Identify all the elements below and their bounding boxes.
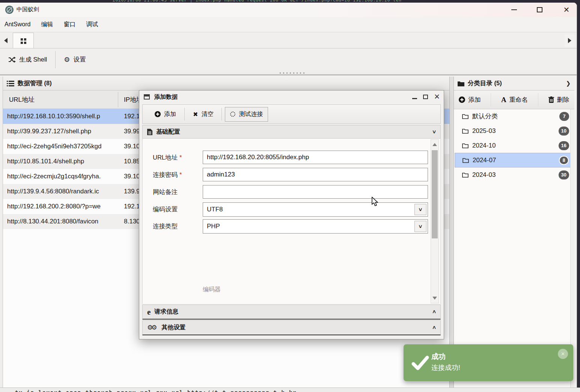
- dialog-titlebar[interactable]: 添加数据: [139, 90, 444, 103]
- section-other-settings[interactable]: ⚙⚙ 其他设置 ˄: [142, 320, 441, 335]
- tab-home[interactable]: [13, 33, 34, 49]
- gear-icon: ⚙: [64, 56, 70, 64]
- category-panel-title: 分类目录 (5): [468, 79, 502, 87]
- category-item-selected[interactable]: 2024-07 8: [455, 153, 573, 167]
- count-badge: 7: [559, 112, 569, 121]
- category-add-button[interactable]: 添加: [459, 96, 481, 104]
- window-close-button[interactable]: ✕: [558, 4, 575, 15]
- note-input[interactable]: [203, 185, 428, 199]
- conn-type-label: 连接类型: [153, 222, 178, 231]
- horizontal-splitter[interactable]: [0, 71, 577, 75]
- row-url: http://8.130.44.201:8080/favicon: [7, 214, 118, 229]
- password-input[interactable]: [203, 168, 428, 181]
- category-panel: 分类目录 (5) ❯ 添加 A 重命名: [454, 77, 574, 387]
- row-url: http://192.168.200.2:8080/?p=we: [7, 199, 118, 214]
- dialog-test-connection-button[interactable]: 测试连接: [225, 107, 268, 122]
- generate-shell-button[interactable]: 生成 Shell: [0, 48, 55, 71]
- arrow-left-icon: [4, 38, 8, 43]
- category-rename-button[interactable]: A 重命名: [501, 96, 528, 104]
- category-toolbar: 添加 A 重命名 删除: [454, 90, 574, 109]
- shuffle-icon: [8, 57, 16, 63]
- x-icon: ✖: [193, 111, 198, 118]
- menubar: AntSword 编辑 窗口 调试: [0, 17, 577, 32]
- dialog-toolbar: 添加 ✖ 清空 测试连接: [142, 104, 441, 124]
- row-url: http://eci-2zecmju2g1cqs4fgryha.: [7, 169, 118, 184]
- encoding-label: 编码设置: [153, 205, 178, 214]
- url-label: URL地址*: [153, 154, 182, 162]
- tab-strip: [0, 32, 577, 48]
- menu-edit[interactable]: 编辑: [36, 18, 58, 31]
- dialog-maximize-button[interactable]: [423, 95, 428, 99]
- scroll-up-icon[interactable]: [432, 143, 437, 146]
- category-item-label: 2024-10: [472, 142, 496, 149]
- dialog-toolbar-divider: [184, 108, 185, 121]
- url-input[interactable]: [203, 151, 428, 164]
- column-divider[interactable]: [118, 92, 118, 107]
- titlebar: 中国蚁剑 ✕: [0, 3, 577, 17]
- conn-type-value: PHP: [207, 223, 220, 230]
- dialog-controls: ✕: [412, 90, 440, 103]
- category-add-label: 添加: [468, 96, 481, 104]
- category-item[interactable]: 默认分类 7: [455, 109, 573, 124]
- category-item-label: 2025-03: [472, 127, 496, 135]
- category-item[interactable]: 2024-10 16: [455, 138, 573, 153]
- toast-close-button[interactable]: ✕: [558, 349, 568, 359]
- toast-title: 成功: [431, 352, 446, 362]
- plus-circle-icon: [155, 111, 161, 117]
- splitter-handle-icon: [280, 72, 304, 74]
- background-window-text: ty-in-layout open through proxy url-rxy-…: [15, 389, 297, 392]
- folder-outline-icon: [462, 143, 469, 148]
- scroll-down-icon[interactable]: [432, 297, 437, 300]
- dialog-close-button[interactable]: ✕: [434, 94, 440, 100]
- category-item[interactable]: 2025-03 10: [455, 124, 573, 138]
- menu-window[interactable]: 窗口: [58, 18, 81, 31]
- encoding-select[interactable]: UTF8 ˅: [203, 202, 428, 217]
- dialog-test-label: 测试连接: [239, 110, 263, 118]
- minimize-icon: [511, 9, 517, 10]
- folder-icon: [458, 81, 464, 86]
- generate-shell-label: 生成 Shell: [19, 56, 47, 64]
- window-minimize-button[interactable]: [505, 4, 523, 15]
- window-maximize-button[interactable]: [531, 4, 548, 15]
- chevron-right-icon[interactable]: ❯: [566, 80, 571, 87]
- background-log-text: 2020/10/06 21:00:43 server | index.php h…: [113, 0, 402, 3]
- section-basic-label: 基础配置: [156, 128, 180, 136]
- section-request-info[interactable]: e 请求信息 ˄: [142, 305, 441, 320]
- background-window-strip: ty-in-layout open through proxy url-rxy-…: [0, 387, 580, 392]
- success-toast: 成功 连接成功! ✕: [404, 344, 573, 381]
- dialog-scrollbar[interactable]: [431, 139, 439, 303]
- vertical-splitter[interactable]: [449, 77, 454, 387]
- section-basic-config[interactable]: 基础配置 ˅: [142, 125, 441, 139]
- dialog-minimize-button[interactable]: [412, 98, 417, 99]
- antsword-window: 中国蚁剑 ✕ AntSword 编辑 窗口 调试 生成 Shell: [0, 3, 577, 387]
- settings-button[interactable]: ⚙ 设置: [56, 48, 94, 71]
- dialog-toolbar-divider: [221, 108, 222, 121]
- toast-message: 连接成功!: [431, 363, 460, 372]
- section-other-label: 其他设置: [161, 324, 185, 332]
- dialog-title: 添加数据: [154, 93, 178, 101]
- menu-debug[interactable]: 调试: [81, 18, 103, 31]
- column-header-url[interactable]: URL地址: [9, 95, 35, 104]
- required-star: *: [179, 171, 182, 178]
- section-request-label: 请求信息: [154, 308, 178, 316]
- menu-antsword[interactable]: AntSword: [0, 19, 36, 30]
- dialog-add-button[interactable]: 添加: [149, 107, 181, 121]
- tab-scroll-right-button[interactable]: [565, 35, 574, 47]
- spinner-icon: [230, 112, 235, 117]
- category-toolbar-divider: [538, 93, 538, 107]
- category-item[interactable]: 2024-03 30: [455, 167, 573, 182]
- trash-icon: [548, 96, 554, 103]
- conn-type-select[interactable]: PHP ˅: [203, 219, 428, 234]
- request-e-icon: e: [147, 309, 151, 315]
- dialog-clear-button[interactable]: ✖ 清空: [188, 107, 218, 121]
- mouse-cursor: [371, 197, 380, 207]
- password-label: 连接密码*: [153, 171, 182, 179]
- app-logo-icon: [5, 6, 14, 14]
- data-panel-title: 数据管理 (8): [18, 79, 52, 87]
- required-star: *: [179, 154, 182, 161]
- category-delete-button[interactable]: 删除: [548, 96, 569, 104]
- tab-scroll-left-button[interactable]: [1, 35, 11, 47]
- scrollbar-thumb[interactable]: [432, 150, 438, 238]
- count-badge: 8: [559, 156, 569, 165]
- check-icon: [410, 353, 430, 372]
